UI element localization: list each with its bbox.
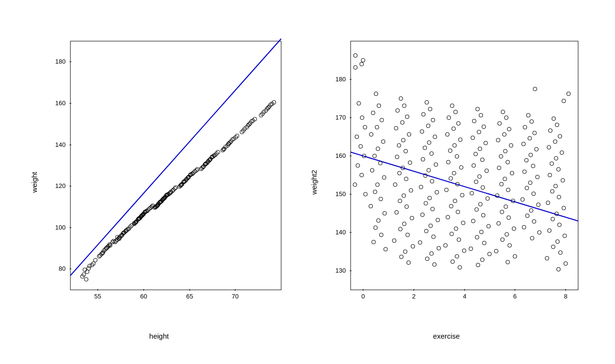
chart2-y-tick-160: 160: [335, 152, 346, 159]
chart2-y-tick-140: 140: [335, 229, 346, 236]
chart1-y-tick-80: 80: [59, 265, 66, 272]
chart2-x-tick-0: 0: [361, 293, 364, 300]
chart1-x-tick-70: 70: [232, 293, 239, 300]
chart1-y-label: weight: [30, 172, 38, 192]
chart2-x-tick-4: 4: [463, 293, 466, 300]
chart1-svg: 80 100 120 140 160 180 55 60: [42, 32, 291, 319]
charts-container: weight height 80 100 120 140 160 180: [0, 0, 615, 364]
chart2-x-label: exercise: [433, 332, 460, 340]
chart1-y-tick-120: 120: [55, 182, 66, 189]
chart1-x-tick-55: 55: [94, 293, 101, 300]
chart1-y-tick-180: 180: [55, 58, 66, 65]
chart2-y-tick-180: 180: [335, 76, 346, 83]
chart2-x-tick-6: 6: [513, 293, 516, 300]
chart2-y-tick-150: 150: [335, 190, 346, 198]
chart1-wrapper: weight height 80 100 120 140 160 180: [20, 20, 298, 345]
chart2-y-label: weight2: [310, 170, 318, 195]
chart2-x-tick-8: 8: [564, 293, 567, 300]
svg-rect-0: [70, 41, 281, 290]
chart1-y-tick-140: 140: [55, 141, 66, 148]
chart2-svg: 130 140 150 160 170 180 0 2: [319, 32, 588, 319]
chart2-wrapper: weight2 exercise 130 140 150 160 170: [298, 20, 595, 345]
chart2-y-tick-170: 170: [335, 114, 346, 121]
chart1-y-tick-100: 100: [55, 224, 66, 231]
chart2-y-tick-130: 130: [335, 267, 346, 274]
chart2-x-tick-2: 2: [412, 293, 415, 300]
chart1-x-tick-65: 65: [186, 293, 193, 300]
chart1-y-tick-160: 160: [55, 99, 66, 107]
chart1-x-tick-60: 60: [140, 293, 147, 300]
chart1-x-label: height: [149, 332, 169, 340]
